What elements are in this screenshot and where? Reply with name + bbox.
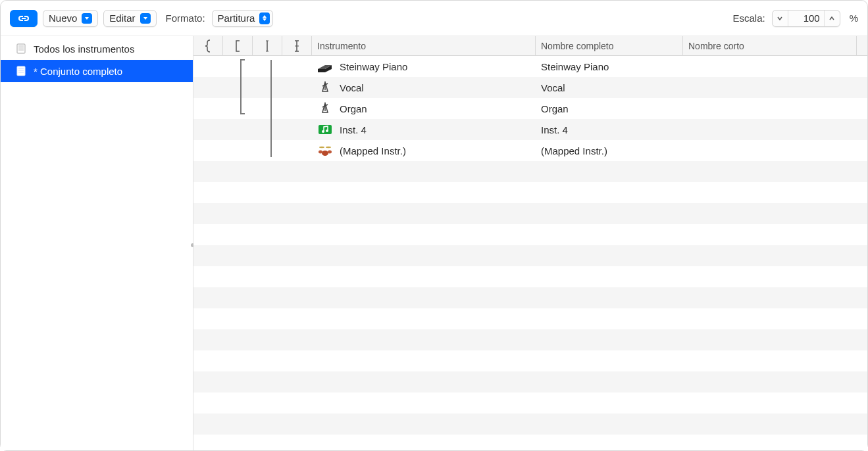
brace-square-icon	[234, 39, 241, 53]
column-header-label: Nombre corto	[688, 41, 744, 51]
column-header-label: Nombre completo	[541, 41, 614, 51]
chevron-down-icon	[140, 13, 151, 24]
sidebar-item-label: Todos los instrumentos	[34, 43, 134, 55]
bracket-cells[interactable]	[193, 77, 312, 98]
chevron-down-icon	[777, 15, 783, 22]
column-header-instrumento[interactable]: Instrumento	[312, 36, 536, 55]
svg-rect-4	[17, 66, 25, 76]
svg-point-27	[326, 147, 331, 148]
toolbar: Nuevo Editar Formato: Partitura Escala: …	[1, 1, 867, 36]
cell-text: Vocal	[541, 82, 565, 93]
table-row[interactable]: Steinway Piano Steinway Piano	[193, 56, 867, 77]
format-label: Formato:	[166, 12, 205, 24]
cell-text: Inst. 4	[340, 124, 367, 135]
updown-icon	[259, 12, 270, 24]
document-icon	[15, 43, 27, 55]
format-select[interactable]: Partitura	[212, 10, 274, 27]
cell-instrumento[interactable]: (Mapped Instr.)	[312, 140, 536, 161]
table-row[interactable]: Vocal Vocal	[193, 77, 867, 98]
table-body: Steinway Piano Steinway Piano Vocal Voca…	[193, 56, 867, 450]
new-menu-label: Nuevo	[49, 12, 77, 24]
scale-label: Escala:	[732, 12, 765, 24]
document-icon	[15, 65, 27, 77]
svg-point-23	[322, 151, 328, 156]
cell-text: Steinway Piano	[541, 61, 609, 72]
score-sets-window: Nuevo Editar Formato: Partitura Escala: …	[0, 0, 868, 451]
svg-point-26	[319, 147, 324, 148]
cell-instrumento[interactable]: Inst. 4	[312, 119, 536, 140]
chevron-up-icon	[829, 15, 835, 22]
new-menu-button[interactable]: Nuevo	[43, 10, 98, 27]
barline-icon	[264, 39, 270, 53]
bracket-cells[interactable]	[193, 119, 312, 140]
column-header-bracket-square[interactable]	[223, 36, 253, 55]
column-header-bracket-curly[interactable]	[193, 36, 223, 55]
scale-value[interactable]: 100	[788, 12, 824, 24]
cell-instrumento[interactable]: Organ	[312, 98, 536, 119]
column-header-nombre-corto[interactable]: Nombre corto	[683, 36, 857, 55]
link-button[interactable]	[10, 10, 38, 27]
column-header-nombre-completo[interactable]: Nombre completo	[536, 36, 683, 55]
table-row[interactable]: Organ Organ	[193, 98, 867, 119]
table-header: Instrumento Nombre completo Nombre corto	[193, 36, 867, 56]
cell-instrumento[interactable]: Vocal	[312, 77, 536, 98]
sidebar-item-all-instruments[interactable]: Todos los instrumentos	[1, 37, 193, 60]
sidebar: Todos los instrumentos * Conjunto comple…	[1, 36, 193, 450]
scale-increment-button[interactable]	[824, 11, 840, 26]
cell-nombre-completo[interactable]: (Mapped Instr.)	[536, 140, 683, 161]
bracket-cells[interactable]	[193, 56, 312, 77]
percent-suffix: %	[850, 12, 858, 24]
cell-nombre-completo[interactable]: Inst. 4	[536, 119, 683, 140]
edit-menu-label: Editar	[109, 12, 135, 24]
format-select-value: Partitura	[218, 12, 255, 24]
column-header-bracket-barline[interactable]	[282, 36, 312, 55]
metronome-icon	[317, 81, 333, 94]
svg-point-22	[326, 130, 328, 132]
sidebar-item-full-set[interactable]: * Conjunto completo	[1, 60, 193, 82]
brace-curly-icon	[204, 39, 212, 53]
column-header-bracket-line[interactable]	[253, 36, 282, 55]
cell-nombre-corto[interactable]	[683, 119, 867, 140]
cell-nombre-completo[interactable]: Steinway Piano	[536, 56, 683, 77]
cell-text: Organ	[340, 103, 367, 114]
cell-nombre-completo[interactable]: Vocal	[536, 77, 683, 98]
link-icon	[17, 14, 30, 23]
cell-text: Inst. 4	[541, 124, 568, 135]
cell-instrumento[interactable]: Steinway Piano	[312, 56, 536, 77]
bracket-cells[interactable]	[193, 140, 312, 161]
table-row[interactable]: (Mapped Instr.) (Mapped Instr.)	[193, 140, 867, 161]
cell-nombre-corto[interactable]	[683, 56, 867, 77]
bracket-cells[interactable]	[193, 98, 312, 119]
software-instrument-icon	[317, 123, 333, 136]
header-spacer	[857, 36, 867, 55]
cell-nombre-completo[interactable]: Organ	[536, 98, 683, 119]
cell-nombre-corto[interactable]	[683, 98, 867, 119]
table-row[interactable]: Inst. 4 Inst. 4	[193, 119, 867, 140]
svg-point-25	[328, 151, 332, 154]
cell-nombre-corto[interactable]	[683, 140, 867, 161]
cell-text: Vocal	[340, 82, 364, 93]
scale-decrement-button[interactable]	[773, 11, 788, 26]
barline-double-icon	[294, 39, 300, 53]
scale-stepper[interactable]: 100	[772, 10, 840, 27]
cell-text: (Mapped Instr.)	[340, 145, 406, 156]
svg-point-24	[319, 151, 322, 154]
cell-nombre-corto[interactable]	[683, 77, 867, 98]
cell-text: Steinway Piano	[340, 61, 407, 72]
sidebar-item-label: * Conjunto completo	[34, 66, 122, 77]
cell-text: Organ	[541, 103, 569, 114]
column-header-label: Instrumento	[317, 41, 366, 51]
metronome-icon	[317, 102, 333, 115]
main-panel: Instrumento Nombre completo Nombre corto	[193, 36, 867, 450]
drumkit-icon	[317, 144, 333, 157]
cell-text: (Mapped Instr.)	[541, 145, 607, 156]
piano-icon	[317, 60, 333, 73]
svg-rect-0	[17, 44, 25, 53]
edit-menu-button[interactable]: Editar	[103, 10, 156, 27]
chevron-down-icon	[82, 13, 92, 24]
svg-point-21	[322, 130, 324, 133]
body: Todos los instrumentos * Conjunto comple…	[1, 36, 867, 450]
